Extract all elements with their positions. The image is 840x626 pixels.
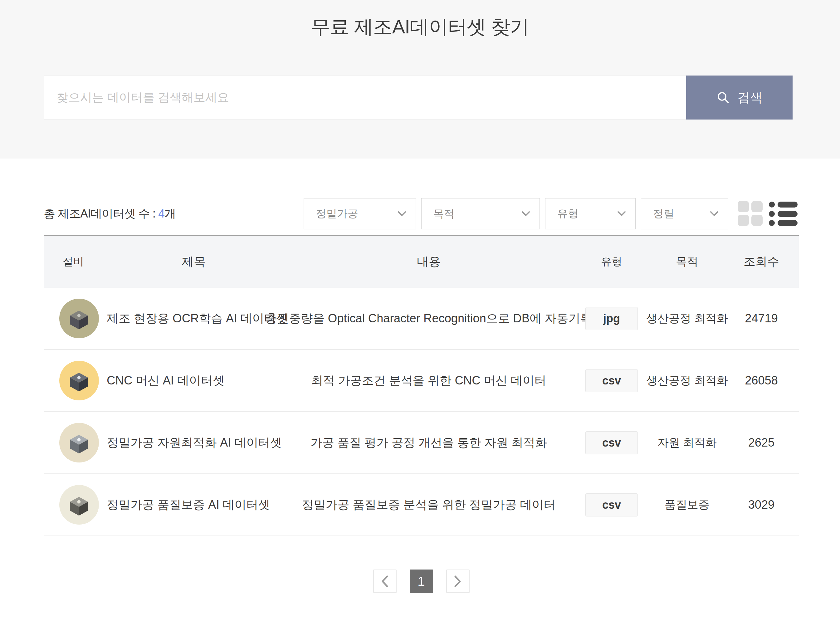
total-count-prefix: 총 제조AI데이터셋 수 : [44,207,158,220]
table-row[interactable]: 정밀가공 품질보증 AI 데이터셋 정밀가공 품질보증 분석을 위한 정밀가공 … [44,474,799,536]
machine-icon [67,307,91,330]
page-root: 무료 제조AI데이터셋 찾기 검색 총 제조AI데이터셋 수 : 4개 정밀가공 [0,0,840,626]
results-section: 총 제조AI데이터셋 수 : 4개 정밀가공 목적 유형 정렬 [44,198,799,593]
dataset-thumbnail [59,361,99,401]
machine-icon [67,431,91,455]
dataset-purpose: 생산공정 최적화 [650,373,724,388]
dataset-views: 3029 [724,498,799,512]
search-button-label: 검색 [738,89,763,106]
dropdown-type-label: 유형 [557,207,579,221]
chevron-down-icon [521,211,530,217]
header-views: 조회수 [724,254,799,270]
file-type-badge: csv [585,369,638,392]
total-count-value: 4 [158,207,164,220]
chevron-right-icon [454,575,462,588]
total-count-label: 총 제조AI데이터셋 수 : 4개 [44,206,298,222]
dataset-description: 정밀가공 품질보증 분석을 위한 정밀가공 데이터 [285,497,573,513]
dataset-views: 2625 [724,436,799,449]
file-type-badge: csv [585,431,638,454]
search-icon [716,91,730,105]
machine-icon [67,493,91,517]
dataset-thumbnail [59,423,99,462]
dropdown-purpose-label: 목적 [433,207,455,221]
dropdown-type[interactable]: 유형 [545,198,636,229]
dataset-description: 충진중량을 Optical Character Recognition으로 DB… [285,310,573,326]
filter-row: 총 제조AI데이터셋 수 : 4개 정밀가공 목적 유형 정렬 [44,198,799,229]
dropdown-equipment-label: 정밀가공 [316,207,358,221]
chevron-left-icon [381,575,389,588]
dataset-title[interactable]: 정밀가공 품질보증 AI 데이터셋 [103,497,285,513]
table-row[interactable]: 정밀가공 자원최적화 AI 데이터셋 가공 품질 평가 공정 개선을 통한 자원… [44,412,799,474]
dropdown-sort-label: 정렬 [653,207,674,221]
dataset-title[interactable]: 정밀가공 자원최적화 AI 데이터셋 [103,435,285,451]
dataset-purpose: 품질보증 [650,497,724,512]
search-bar: 검색 [44,75,793,119]
dataset-title[interactable]: CNC 머신 AI 데이터셋 [103,372,285,388]
table-header-row: 설비 제목 내용 유형 목적 조회수 [44,236,799,288]
pagination: 1 [44,570,799,593]
file-type-badge: csv [585,493,638,516]
grid-view-icon[interactable] [738,201,763,227]
dataset-description: 최적 가공조건 분석을 위한 CNC 머신 데이터 [285,372,573,388]
search-button[interactable]: 검색 [686,75,793,119]
chevron-down-icon [710,211,719,217]
header-title: 제목 [103,254,285,270]
search-input[interactable] [44,75,686,119]
dropdown-equipment[interactable]: 정밀가공 [303,198,416,229]
dropdown-purpose[interactable]: 목적 [421,198,540,229]
table-row[interactable]: CNC 머신 AI 데이터셋 최적 가공조건 분석을 위한 CNC 머신 데이터… [44,350,799,412]
pagination-page-1[interactable]: 1 [410,570,433,593]
header-equipment: 설비 [44,255,103,269]
chevron-down-icon [397,211,406,217]
dataset-thumbnail [59,485,99,524]
pagination-next-button[interactable] [446,570,469,593]
view-toggle-group [738,201,799,227]
dataset-purpose: 자원 최적화 [650,435,724,450]
dataset-views: 24719 [724,312,799,325]
dataset-views: 26058 [724,374,799,387]
chevron-down-icon [617,211,626,217]
file-type-badge: jpg [585,307,638,330]
page-title: 무료 제조AI데이터셋 찾기 [0,16,840,38]
table-row[interactable]: 제조 현장용 OCR학습 AI 데이터셋 충진중량을 Optical Chara… [44,288,799,350]
dataset-description: 가공 품질 평가 공정 개선을 통한 자원 최적화 [285,435,573,451]
header-content: 내용 [285,254,573,270]
dataset-title[interactable]: 제조 현장용 OCR학습 AI 데이터셋 [103,310,285,326]
pagination-prev-button[interactable] [373,570,397,593]
dataset-purpose: 생산공정 최적화 [650,311,724,326]
machine-icon [67,369,91,393]
hero-section: 무료 제조AI데이터셋 찾기 검색 [0,0,840,158]
list-view-icon[interactable] [769,201,799,227]
dropdown-sort[interactable]: 정렬 [641,198,728,229]
dataset-thumbnail [59,299,99,338]
header-type: 유형 [573,255,650,269]
header-purpose: 목적 [650,254,724,269]
total-count-suffix: 개 [164,207,176,220]
